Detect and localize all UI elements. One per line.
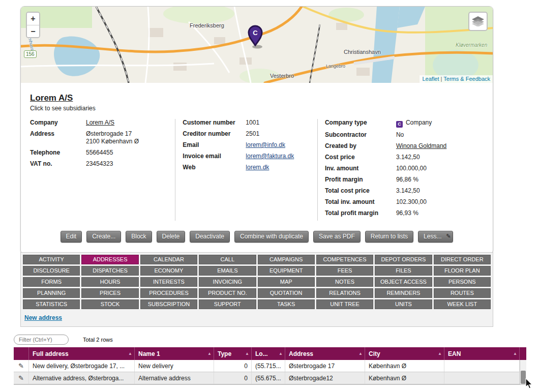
sort-asc-icon[interactable]: ▲ [358,351,363,356]
block-button[interactable]: Block [126,231,152,243]
column-header-type[interactable]: Type▲ [214,347,252,360]
tab-campaigns[interactable]: CAMPAIGNS [258,255,315,264]
row-edit-pencil-icon[interactable]: ✎ [14,372,29,384]
address-value: Østerbrogade 17 2100 København Ø [86,130,139,145]
less-button-label: Less... [424,233,441,240]
tab-direct-order[interactable]: DIRECT ORDER [434,255,491,264]
tab-prices[interactable]: PRICES [81,288,138,298]
combine-duplicate-button[interactable]: Combine with duplicate [234,231,309,243]
map[interactable]: C Frederiksberg Christianshavn Vesterbro… [21,7,493,83]
column-header-full-address[interactable]: Full address▲ [29,347,135,360]
tab-subscription[interactable]: SUBSCRIPTION [140,299,197,309]
create-button[interactable]: Create... [86,231,121,243]
column-header-city[interactable]: City▲ [365,347,444,360]
tab-product-no[interactable]: PRODUCT NO. [199,288,256,298]
tab-support[interactable]: SUPPORT [199,299,256,309]
sort-asc-icon[interactable]: ▲ [128,351,132,356]
tab-economy[interactable]: ECONOMY [140,266,197,276]
tab-calendar[interactable]: CALENDAR [140,255,197,264]
tab-planning[interactable]: PLANNING [23,288,80,298]
filter-input[interactable] [14,335,69,345]
less-button[interactable]: Less...✎ [418,231,453,243]
map-label-christianshavn: Christianshavn [344,49,381,55]
attribution-separator: | [441,76,442,82]
column-header-address[interactable]: Address▲ [285,347,365,360]
sort-asc-icon[interactable]: ▲ [245,351,249,356]
tab-floor-plan[interactable]: FLOOR PLAN [434,266,491,276]
tab-reminders[interactable]: REMINDERS [375,288,432,298]
tab-addresses[interactable]: ADDRESSES [81,255,138,264]
field-label: Total cost price [325,187,396,195]
created-by-link[interactable]: Winona Goldmand [396,142,446,149]
tab-interests[interactable]: INTERESTS [140,277,197,287]
company-type-text: Company [406,119,432,126]
sort-asc-icon[interactable]: ▲ [438,351,442,356]
tab-map[interactable]: MAP [258,277,315,287]
tab-relations[interactable]: RELATIONS [316,288,373,298]
tab-fees[interactable]: FEES [316,266,373,276]
tab-procedures[interactable]: PROCEDURES [140,288,197,298]
return-to-lists-button[interactable]: Return to lists [365,231,413,243]
tab-dispatches[interactable]: DISPATCHES [81,266,138,276]
tab-persons[interactable]: PERSONS [434,277,491,287]
field-label: Telephone [30,149,86,157]
row-edit-pencil-icon[interactable]: ✎ [14,360,29,372]
delete-button[interactable]: Delete [157,231,186,243]
map-label-langebro: Langebro [326,64,345,69]
tab-object-access[interactable]: OBJECT ACCESS [375,277,432,287]
tab-equipment[interactable]: EQUIPMENT [258,266,315,276]
zoom-out-button[interactable]: − [27,25,39,37]
scrollbar-thumb[interactable] [521,371,526,384]
tab-routes[interactable]: ROUTES [434,288,491,298]
web-link[interactable]: lorem.dk [246,164,269,171]
tab-notes[interactable]: NOTES [316,277,373,287]
tab-stock[interactable]: STOCK [81,299,138,309]
leaflet-link[interactable]: Leaflet [422,76,439,82]
new-address-link[interactable]: New address [24,314,62,321]
email-link[interactable]: lorem@info.dk [246,141,285,148]
table-vertical-scrollbar[interactable] [520,360,526,384]
table-row[interactable]: ✎ Alternative address, Østerbroga... Alt… [14,372,526,384]
tab-activity[interactable]: ACTIVITY [23,255,80,264]
tab-emails[interactable]: EMAILS [199,266,256,276]
customer-number-value: 1001 [246,119,259,127]
edit-button[interactable]: Edit [61,231,82,243]
table-row[interactable]: ✎ New delivery, Østerbrogade 17, ... New… [14,360,526,372]
tab-files[interactable]: FILES [375,266,432,276]
tab-unit-tree[interactable]: UNIT TREE [316,299,373,309]
inv-amount-value: 100.000,00 [396,165,427,172]
sort-asc-icon[interactable]: ▲ [279,351,283,356]
tab-hours[interactable]: HOURS [81,277,138,287]
sort-asc-icon[interactable]: ▲ [207,351,212,356]
tab-week-list[interactable]: WEEK LIST [434,299,491,309]
tab-call[interactable]: CALL [199,255,256,264]
telephone-value: 55664455 [86,149,113,157]
tab-disclosure[interactable]: DISCLOSURE [23,266,80,276]
deactivate-button[interactable]: Deactivate [190,231,230,243]
tab-units[interactable]: UNITS [375,299,432,309]
tab-depot-orders[interactable]: DEPOT ORDERS [375,255,432,264]
terms-feedback-link[interactable]: Terms & Feedback [443,76,490,82]
tab-quotation[interactable]: QUOTATION [258,288,315,298]
company-link[interactable]: Lorem A/S [86,119,114,126]
invoice-email-link[interactable]: lorem@faktura.dk [246,153,294,160]
company-title[interactable]: Lorem A/S [30,93,73,103]
save-pdf-button[interactable]: Save as PDF [313,231,361,243]
tab-tasks[interactable]: TASKS [258,299,315,309]
map-layers-button[interactable] [468,12,488,31]
sort-asc-icon[interactable]: ▲ [513,351,517,356]
profit-margin-value: 96,86 % [396,176,418,184]
total-cost-price-value: 3.142,50 [396,187,420,195]
tab-invoicing[interactable]: INVOICING [199,277,256,287]
cell-location: (55.675... [252,372,285,384]
column-header-location[interactable]: Lo...▲ [252,347,285,360]
address-line-1: Østerbrogade 17 [86,130,132,137]
tab-statistics[interactable]: STATISTICS [23,299,80,309]
column-header-name1[interactable]: Name 1▲ [135,347,214,360]
tab-competences[interactable]: COMPETENCES [316,255,373,264]
column-header-ean[interactable]: EAN▲ [444,347,520,360]
tab-forms[interactable]: FORMS [23,277,80,287]
address-line-2: 2100 København Ø [86,138,139,145]
map-zoom-control: + − [26,12,40,38]
zoom-in-button[interactable]: + [27,13,39,25]
